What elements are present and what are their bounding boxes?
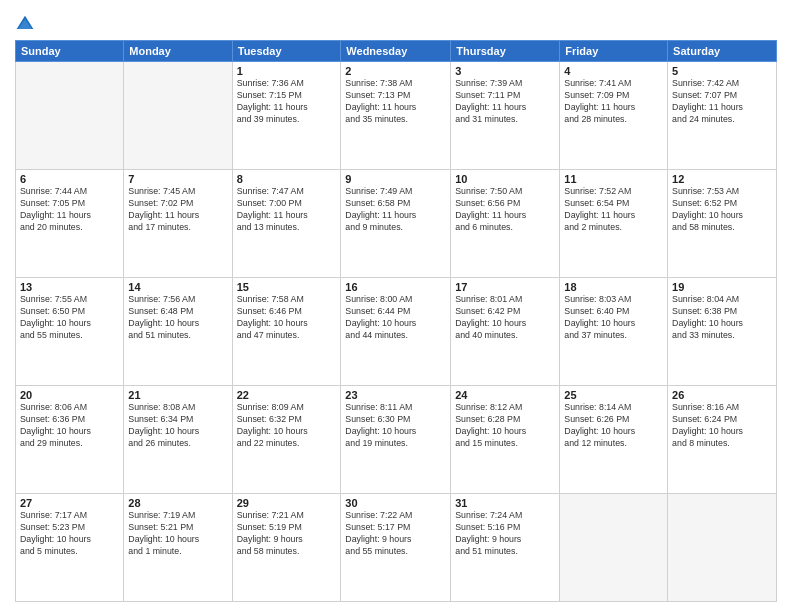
day-number: 3 bbox=[455, 65, 555, 77]
calendar-cell: 25Sunrise: 8:14 AM Sunset: 6:26 PM Dayli… bbox=[560, 386, 668, 494]
day-number: 11 bbox=[564, 173, 663, 185]
day-number: 10 bbox=[455, 173, 555, 185]
day-info: Sunrise: 8:03 AM Sunset: 6:40 PM Dayligh… bbox=[564, 294, 663, 342]
calendar-cell: 24Sunrise: 8:12 AM Sunset: 6:28 PM Dayli… bbox=[451, 386, 560, 494]
calendar-cell: 2Sunrise: 7:38 AM Sunset: 7:13 PM Daylig… bbox=[341, 62, 451, 170]
calendar-cell: 26Sunrise: 8:16 AM Sunset: 6:24 PM Dayli… bbox=[668, 386, 777, 494]
day-info: Sunrise: 8:12 AM Sunset: 6:28 PM Dayligh… bbox=[455, 402, 555, 450]
day-info: Sunrise: 7:41 AM Sunset: 7:09 PM Dayligh… bbox=[564, 78, 663, 126]
day-info: Sunrise: 7:50 AM Sunset: 6:56 PM Dayligh… bbox=[455, 186, 555, 234]
day-number: 19 bbox=[672, 281, 772, 293]
calendar-cell: 5Sunrise: 7:42 AM Sunset: 7:07 PM Daylig… bbox=[668, 62, 777, 170]
calendar-cell: 30Sunrise: 7:22 AM Sunset: 5:17 PM Dayli… bbox=[341, 494, 451, 602]
day-number: 20 bbox=[20, 389, 119, 401]
calendar-cell: 16Sunrise: 8:00 AM Sunset: 6:44 PM Dayli… bbox=[341, 278, 451, 386]
day-number: 28 bbox=[128, 497, 227, 509]
calendar-cell: 11Sunrise: 7:52 AM Sunset: 6:54 PM Dayli… bbox=[560, 170, 668, 278]
calendar-cell: 22Sunrise: 8:09 AM Sunset: 6:32 PM Dayli… bbox=[232, 386, 341, 494]
weekday-header-wednesday: Wednesday bbox=[341, 41, 451, 62]
calendar-cell: 6Sunrise: 7:44 AM Sunset: 7:05 PM Daylig… bbox=[16, 170, 124, 278]
calendar-cell bbox=[560, 494, 668, 602]
day-number: 24 bbox=[455, 389, 555, 401]
day-info: Sunrise: 8:06 AM Sunset: 6:36 PM Dayligh… bbox=[20, 402, 119, 450]
weekday-header-thursday: Thursday bbox=[451, 41, 560, 62]
day-info: Sunrise: 7:17 AM Sunset: 5:23 PM Dayligh… bbox=[20, 510, 119, 558]
calendar-cell: 8Sunrise: 7:47 AM Sunset: 7:00 PM Daylig… bbox=[232, 170, 341, 278]
day-number: 21 bbox=[128, 389, 227, 401]
day-number: 26 bbox=[672, 389, 772, 401]
calendar-cell: 7Sunrise: 7:45 AM Sunset: 7:02 PM Daylig… bbox=[124, 170, 232, 278]
day-number: 8 bbox=[237, 173, 337, 185]
calendar-cell: 10Sunrise: 7:50 AM Sunset: 6:56 PM Dayli… bbox=[451, 170, 560, 278]
day-info: Sunrise: 7:53 AM Sunset: 6:52 PM Dayligh… bbox=[672, 186, 772, 234]
day-number: 27 bbox=[20, 497, 119, 509]
day-info: Sunrise: 8:14 AM Sunset: 6:26 PM Dayligh… bbox=[564, 402, 663, 450]
week-row-3: 13Sunrise: 7:55 AM Sunset: 6:50 PM Dayli… bbox=[16, 278, 777, 386]
day-info: Sunrise: 7:58 AM Sunset: 6:46 PM Dayligh… bbox=[237, 294, 337, 342]
day-info: Sunrise: 7:45 AM Sunset: 7:02 PM Dayligh… bbox=[128, 186, 227, 234]
calendar-cell: 9Sunrise: 7:49 AM Sunset: 6:58 PM Daylig… bbox=[341, 170, 451, 278]
day-info: Sunrise: 8:09 AM Sunset: 6:32 PM Dayligh… bbox=[237, 402, 337, 450]
day-number: 31 bbox=[455, 497, 555, 509]
calendar-cell: 31Sunrise: 7:24 AM Sunset: 5:16 PM Dayli… bbox=[451, 494, 560, 602]
calendar-cell: 12Sunrise: 7:53 AM Sunset: 6:52 PM Dayli… bbox=[668, 170, 777, 278]
day-info: Sunrise: 7:49 AM Sunset: 6:58 PM Dayligh… bbox=[345, 186, 446, 234]
calendar-cell: 17Sunrise: 8:01 AM Sunset: 6:42 PM Dayli… bbox=[451, 278, 560, 386]
day-info: Sunrise: 7:44 AM Sunset: 7:05 PM Dayligh… bbox=[20, 186, 119, 234]
calendar-cell: 29Sunrise: 7:21 AM Sunset: 5:19 PM Dayli… bbox=[232, 494, 341, 602]
day-info: Sunrise: 8:04 AM Sunset: 6:38 PM Dayligh… bbox=[672, 294, 772, 342]
calendar-cell: 14Sunrise: 7:56 AM Sunset: 6:48 PM Dayli… bbox=[124, 278, 232, 386]
calendar-cell: 4Sunrise: 7:41 AM Sunset: 7:09 PM Daylig… bbox=[560, 62, 668, 170]
day-number: 4 bbox=[564, 65, 663, 77]
day-info: Sunrise: 7:52 AM Sunset: 6:54 PM Dayligh… bbox=[564, 186, 663, 234]
weekday-header-row: SundayMondayTuesdayWednesdayThursdayFrid… bbox=[16, 41, 777, 62]
day-number: 12 bbox=[672, 173, 772, 185]
day-number: 1 bbox=[237, 65, 337, 77]
day-info: Sunrise: 7:22 AM Sunset: 5:17 PM Dayligh… bbox=[345, 510, 446, 558]
day-number: 18 bbox=[564, 281, 663, 293]
weekday-header-friday: Friday bbox=[560, 41, 668, 62]
calendar-cell: 3Sunrise: 7:39 AM Sunset: 7:11 PM Daylig… bbox=[451, 62, 560, 170]
weekday-header-saturday: Saturday bbox=[668, 41, 777, 62]
day-info: Sunrise: 7:55 AM Sunset: 6:50 PM Dayligh… bbox=[20, 294, 119, 342]
page: SundayMondayTuesdayWednesdayThursdayFrid… bbox=[0, 0, 792, 612]
logo bbox=[15, 14, 39, 34]
day-info: Sunrise: 7:42 AM Sunset: 7:07 PM Dayligh… bbox=[672, 78, 772, 126]
week-row-5: 27Sunrise: 7:17 AM Sunset: 5:23 PM Dayli… bbox=[16, 494, 777, 602]
calendar-cell: 27Sunrise: 7:17 AM Sunset: 5:23 PM Dayli… bbox=[16, 494, 124, 602]
weekday-header-monday: Monday bbox=[124, 41, 232, 62]
day-number: 29 bbox=[237, 497, 337, 509]
day-number: 14 bbox=[128, 281, 227, 293]
day-number: 22 bbox=[237, 389, 337, 401]
calendar-cell: 19Sunrise: 8:04 AM Sunset: 6:38 PM Dayli… bbox=[668, 278, 777, 386]
day-number: 9 bbox=[345, 173, 446, 185]
day-number: 15 bbox=[237, 281, 337, 293]
calendar-table: SundayMondayTuesdayWednesdayThursdayFrid… bbox=[15, 40, 777, 602]
day-info: Sunrise: 8:08 AM Sunset: 6:34 PM Dayligh… bbox=[128, 402, 227, 450]
week-row-2: 6Sunrise: 7:44 AM Sunset: 7:05 PM Daylig… bbox=[16, 170, 777, 278]
calendar-cell bbox=[16, 62, 124, 170]
calendar-cell: 18Sunrise: 8:03 AM Sunset: 6:40 PM Dayli… bbox=[560, 278, 668, 386]
weekday-header-sunday: Sunday bbox=[16, 41, 124, 62]
day-info: Sunrise: 7:56 AM Sunset: 6:48 PM Dayligh… bbox=[128, 294, 227, 342]
calendar-cell: 20Sunrise: 8:06 AM Sunset: 6:36 PM Dayli… bbox=[16, 386, 124, 494]
calendar-cell: 1Sunrise: 7:36 AM Sunset: 7:15 PM Daylig… bbox=[232, 62, 341, 170]
calendar-cell bbox=[668, 494, 777, 602]
day-number: 7 bbox=[128, 173, 227, 185]
calendar-cell: 13Sunrise: 7:55 AM Sunset: 6:50 PM Dayli… bbox=[16, 278, 124, 386]
day-info: Sunrise: 8:11 AM Sunset: 6:30 PM Dayligh… bbox=[345, 402, 446, 450]
day-number: 16 bbox=[345, 281, 446, 293]
header bbox=[15, 10, 777, 34]
day-number: 25 bbox=[564, 389, 663, 401]
day-info: Sunrise: 7:24 AM Sunset: 5:16 PM Dayligh… bbox=[455, 510, 555, 558]
day-number: 5 bbox=[672, 65, 772, 77]
day-info: Sunrise: 8:16 AM Sunset: 6:24 PM Dayligh… bbox=[672, 402, 772, 450]
day-number: 13 bbox=[20, 281, 119, 293]
day-info: Sunrise: 7:38 AM Sunset: 7:13 PM Dayligh… bbox=[345, 78, 446, 126]
day-number: 17 bbox=[455, 281, 555, 293]
day-number: 30 bbox=[345, 497, 446, 509]
calendar-cell: 15Sunrise: 7:58 AM Sunset: 6:46 PM Dayli… bbox=[232, 278, 341, 386]
day-info: Sunrise: 7:39 AM Sunset: 7:11 PM Dayligh… bbox=[455, 78, 555, 126]
week-row-4: 20Sunrise: 8:06 AM Sunset: 6:36 PM Dayli… bbox=[16, 386, 777, 494]
day-info: Sunrise: 7:21 AM Sunset: 5:19 PM Dayligh… bbox=[237, 510, 337, 558]
